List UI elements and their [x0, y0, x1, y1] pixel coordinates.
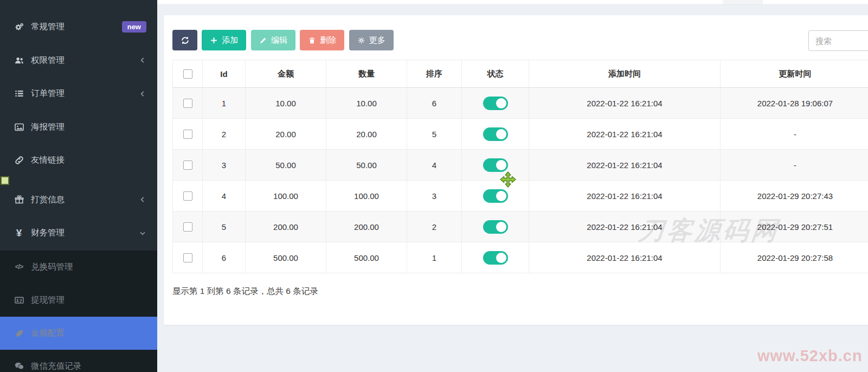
column-header: Id: [203, 60, 246, 88]
sidebar-item-3[interactable]: 订单管理: [0, 77, 157, 111]
cell-sort: 1: [407, 242, 462, 273]
toolbar: 添加 编辑 删除 更多: [172, 30, 868, 52]
cell-updated-time: 2022-01-29 20:27:58: [721, 242, 868, 273]
row-checkbox[interactable]: [183, 99, 192, 108]
cell-id: 3: [203, 150, 246, 181]
sidebar: 常规管理 new 权限管理 订单管理 海报管理 友情链接 打赏信息 ¥ 财务管理…: [0, 0, 157, 372]
status-toggle[interactable]: [483, 127, 508, 141]
edit-button-label: 编辑: [271, 35, 287, 46]
status-toggle[interactable]: [483, 189, 508, 203]
more-button[interactable]: 更多: [349, 30, 394, 50]
delete-button-label: 删除: [320, 35, 336, 46]
row-checkbox[interactable]: [183, 161, 192, 170]
link-icon: [12, 155, 25, 166]
cell-amount: 500.00: [246, 242, 326, 273]
cell-sort: 4: [407, 150, 462, 181]
sidebar-item-label: 常规管理: [31, 21, 65, 33]
sidebar-item-label: 友情链接: [31, 155, 65, 166]
leaf-icon: [12, 327, 25, 339]
cell-created-time: 2022-01-22 16:21:04: [529, 181, 721, 211]
refresh-button[interactable]: [172, 30, 197, 50]
sidebar-subitem-4[interactable]: 微信充值记录: [0, 350, 157, 372]
add-button-label: 添加: [222, 35, 238, 46]
status-toggle[interactable]: [483, 158, 508, 172]
sidebar-item-label: 打赏信息: [31, 194, 65, 206]
idcard-icon: [12, 294, 25, 306]
cell-amount: 10.00: [246, 88, 326, 119]
cell-created-time: 2022-01-22 16:21:04: [529, 119, 721, 150]
table-row: 1 10.00 10.00 6 2022-01-22 16:21:04 2022…: [173, 88, 868, 119]
table-row: 2 20.00 20.00 5 2022-01-22 16:21:04 -: [173, 119, 868, 150]
row-checkbox[interactable]: [183, 222, 192, 232]
cell-updated-time: 2022-01-28 19:06:07: [721, 88, 868, 119]
sidebar-item-label: 财务管理: [31, 227, 65, 239]
move-cursor-icon: [499, 171, 517, 188]
cell-quantity: 500.00: [326, 242, 407, 273]
column-header: 数量: [326, 60, 407, 88]
cell-id: 4: [203, 181, 246, 211]
row-checkbox[interactable]: [183, 191, 192, 201]
table-row: 3 50.00 50.00 4 2022-01-22 16:21:04 -: [173, 150, 868, 181]
cell-created-time: 2022-01-22 16:21:04: [529, 88, 721, 119]
data-table: Id金额数量排序状态添加时间更新时间 1 10.00 10.00 6 2022-…: [172, 60, 868, 273]
sidebar-item-7[interactable]: ¥ 财务管理: [0, 216, 157, 250]
cell-created-time: 2022-01-22 16:21:04: [529, 242, 721, 273]
new-badge: new: [122, 21, 146, 33]
sidebar-subitem-3[interactable]: 金额配置: [0, 317, 157, 350]
gear-icon: [357, 36, 365, 44]
sidebar-item-label: 金额配置: [31, 328, 65, 339]
cell-quantity: 100.00: [326, 181, 407, 211]
table-row: 5 200.00 200.00 2 2022-01-22 16:21:04 20…: [173, 211, 868, 242]
table-row: 4 100.00 100.00 3 2022-01-22 16:21:04 20…: [173, 181, 868, 211]
sidebar-item-6[interactable]: 打赏信息: [0, 183, 157, 217]
content-card: 添加 编辑 删除 更多 Id金额数量排序状态添加时间更新时间: [164, 15, 868, 325]
row-checkbox[interactable]: [183, 253, 192, 262]
cell-sort: 2: [407, 211, 462, 242]
top-strip-tab: [723, 0, 763, 4]
cell-created-time: 2022-01-22 16:21:04: [529, 211, 721, 242]
column-header: 排序: [407, 60, 462, 88]
column-header: 状态: [462, 60, 529, 88]
edit-button[interactable]: 编辑: [251, 30, 295, 50]
cell-sort: 5: [407, 119, 462, 150]
select-all-checkbox[interactable]: [183, 69, 192, 79]
cell-amount: 50.00: [246, 150, 326, 181]
gears-icon: [12, 21, 25, 33]
trash-icon: [308, 36, 316, 44]
cell-updated-time: -: [721, 150, 868, 181]
chevron-left-icon: [139, 90, 146, 98]
records-summary: 显示第 1 到第 6 条记录，总共 6 条记录: [172, 286, 318, 297]
code-icon: </>: [12, 261, 25, 273]
sidebar-item-1[interactable]: 常规管理 new: [0, 10, 157, 44]
cell-amount: 100.00: [246, 181, 326, 211]
status-toggle[interactable]: [483, 220, 508, 234]
status-toggle[interactable]: [483, 251, 508, 265]
status-toggle[interactable]: [483, 97, 508, 110]
top-strip: [157, 0, 868, 5]
cell-updated-time: 2022-01-29 20:27:51: [721, 211, 868, 242]
cell-quantity: 20.00: [326, 119, 407, 150]
sidebar-item-label: 权限管理: [31, 55, 65, 66]
chevron-down-icon: [139, 229, 146, 237]
image-icon: [12, 121, 25, 133]
refresh-icon: [181, 36, 190, 45]
cell-quantity: 50.00: [326, 150, 407, 181]
sidebar-menu: 常规管理 new 权限管理 订单管理 海报管理 友情链接 打赏信息 ¥ 财务管理: [0, 0, 157, 250]
list-icon: [12, 88, 25, 100]
row-checkbox[interactable]: [183, 130, 192, 139]
cell-sort: 6: [407, 88, 462, 119]
delete-button[interactable]: 删除: [300, 30, 344, 50]
more-button-label: 更多: [369, 35, 385, 46]
add-button[interactable]: 添加: [202, 30, 246, 50]
sidebar-item-5[interactable]: 友情链接: [0, 144, 157, 177]
sidebar-item-4[interactable]: 海报管理: [0, 111, 157, 144]
plus-icon: [210, 36, 218, 44]
cell-id: 5: [203, 211, 246, 242]
cell-id: 1: [203, 88, 246, 119]
search-input[interactable]: [808, 30, 868, 51]
sidebar-item-2[interactable]: 权限管理: [0, 44, 157, 78]
chevron-left-icon: [139, 196, 146, 203]
sidebar-subitem-1[interactable]: </> 兑换码管理: [0, 251, 157, 284]
sidebar-subitem-2[interactable]: 提现管理: [0, 284, 157, 317]
sidebar-item-label: 提现管理: [31, 294, 65, 306]
